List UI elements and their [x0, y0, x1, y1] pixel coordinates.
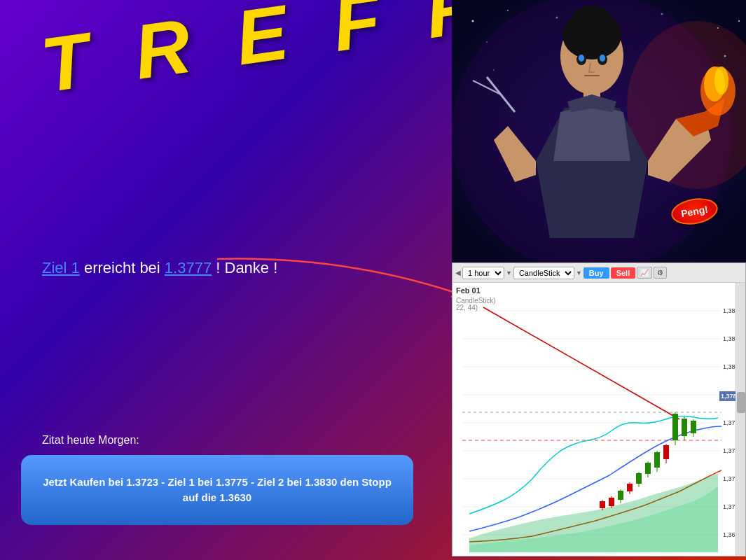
dropdown-arrow-left: ◀	[455, 269, 461, 276]
svg-point-24	[579, 55, 584, 62]
chart-toolbar: ◀ 1 hour ▼ CandleStick ▼ Buy Sell 📈 ⚙	[453, 263, 745, 283]
sell-button[interactable]: Sell	[611, 267, 636, 279]
svg-rect-43	[609, 498, 614, 506]
chart-date: Feb 01	[456, 286, 481, 295]
chart-indicator-sub: 22, 44)	[456, 304, 478, 312]
charttype-select[interactable]: CandleStick	[513, 267, 574, 279]
svg-rect-59	[682, 419, 687, 436]
svg-point-1	[472, 20, 474, 22]
chart-panel: ◀ 1 hour ▼ CandleStick ▼ Buy Sell 📈 ⚙ Fe…	[452, 262, 746, 556]
buy-banner-text: Jetzt Kaufen bei 1.3723 - Ziel 1 bei 1.3…	[43, 475, 392, 506]
timeframe-select[interactable]: 1 hour	[462, 267, 504, 279]
svg-point-2	[507, 10, 509, 11]
zitat-label: Zitat heute Morgen:	[42, 434, 139, 447]
svg-rect-53	[654, 452, 660, 468]
price-value[interactable]: 1.3777	[165, 259, 212, 276]
svg-rect-49	[636, 473, 642, 484]
svg-rect-45	[618, 491, 623, 500]
svg-point-19	[714, 66, 728, 94]
svg-rect-57	[672, 414, 678, 440]
svg-point-25	[600, 55, 605, 62]
chart-settings-button[interactable]: ⚙	[654, 267, 667, 279]
character-illustration	[452, 0, 746, 266]
chart-indicators-button[interactable]: 📈	[637, 267, 652, 279]
chart-scrollbar-thumb[interactable]	[737, 392, 745, 413]
chart-canvas: Feb 01 CandleStick) 22, 44)	[453, 283, 745, 556]
ziel-text-area: Ziel 1 erreicht bei 1.3777 ! Danke !	[42, 259, 277, 277]
ziel-middle-text: erreicht bei	[80, 259, 165, 276]
svg-rect-41	[600, 501, 605, 508]
svg-point-9	[738, 20, 740, 22]
svg-rect-61	[691, 421, 696, 433]
charttype-dropdown-icon: ▼	[576, 270, 582, 276]
timeframe-dropdown-icon: ▼	[506, 270, 512, 276]
buy-banner-line1: Jetzt Kaufen bei 1.3723 - Ziel 1 bei 1.3…	[43, 476, 392, 488]
chart-svg: 1,3840 1,3820 1,3800 1,3784 1,3760 1,374…	[453, 283, 745, 556]
chart-scrollbar[interactable]	[735, 283, 745, 556]
ziel1-link[interactable]: Ziel 1	[42, 259, 80, 276]
svg-point-15	[571, 6, 613, 36]
ziel-suffix: ! Danke !	[212, 259, 277, 276]
character-panel: Peng!	[452, 0, 746, 266]
buy-banner: Jetzt Kaufen bei 1.3723 - Ziel 1 bei 1.3…	[21, 455, 413, 525]
svg-rect-51	[645, 463, 651, 474]
buy-banner-line2: auf die 1.3630	[183, 491, 251, 503]
svg-rect-55	[663, 445, 669, 459]
svg-rect-47	[627, 484, 633, 491]
buy-button[interactable]: Buy	[583, 267, 609, 279]
